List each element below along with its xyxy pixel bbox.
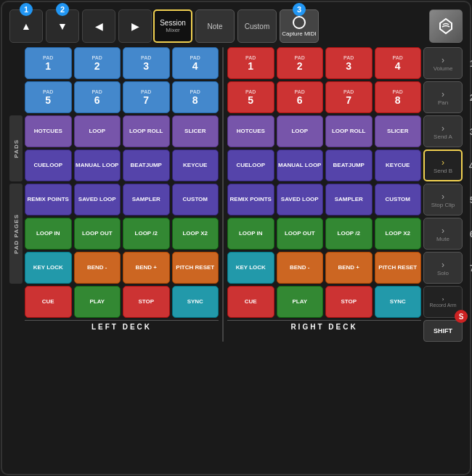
left-play[interactable]: PLAY	[74, 286, 121, 318]
shift-button[interactable]: SHIFT	[423, 320, 463, 342]
right-stop[interactable]: STOP	[325, 286, 373, 318]
right-loop-in[interactable]: LOOP IN	[227, 218, 274, 250]
right-sampler[interactable]: SAMPLER	[325, 184, 373, 216]
right-keycue[interactable]: KEYCUE	[375, 149, 422, 181]
right-custom[interactable]: CUSTOM	[375, 184, 422, 216]
right-saved-loop[interactable]: SAVED LOOP	[277, 184, 324, 216]
right-pad-3[interactable]: PAD3	[325, 47, 373, 79]
right-loop-x2[interactable]: LOOP X2	[375, 218, 422, 250]
left-sampler[interactable]: SAMPLER	[123, 184, 170, 216]
right-key-lock[interactable]: KEY LOCK	[227, 252, 274, 284]
left-pad-row-2: PAD5 PAD6 PAD7 PAD8	[25, 81, 219, 113]
capture-circle-icon	[293, 16, 306, 29]
top-row: 1 ▲ 2 ▼ ◀ ▶ Session Mixer Note Cu	[9, 9, 463, 43]
left-custom[interactable]: CUSTOM	[172, 184, 219, 216]
pad-pages-label: PAD PAGES	[13, 214, 20, 254]
left-saved-loop[interactable]: SAVED LOOP	[74, 184, 121, 216]
left-bend-plus[interactable]: BEND +	[123, 252, 170, 284]
right-transport-row-1: KEY LOCK BEND - BEND + PITCH RESET	[227, 252, 421, 284]
left-pad-3[interactable]: PAD3	[123, 47, 170, 79]
right-loop-half[interactable]: LOOP /2	[325, 218, 373, 250]
volume-label: Volume	[434, 65, 453, 72]
left-sync[interactable]: SYNC	[172, 286, 219, 318]
left-loop-row: LOOP IN LOOP OUT LOOP /2 LOOP X2	[25, 218, 219, 250]
right-bend-minus[interactable]: BEND -	[277, 252, 324, 284]
left-mode-row-1: HOTCUES LOOP LOOP ROLL SLICER	[25, 115, 219, 147]
left-pad-7[interactable]: PAD7	[123, 81, 170, 113]
solo-button[interactable]: › Solo 7	[423, 252, 463, 284]
nav-down-button[interactable]: 2 ▼	[46, 9, 79, 43]
right-cue[interactable]: CUE	[227, 286, 274, 318]
left-stop[interactable]: STOP	[123, 286, 170, 318]
right-sync[interactable]: SYNC	[375, 286, 422, 318]
right-bend-plus[interactable]: BEND +	[325, 252, 373, 284]
nav-buttons: 1 ▲ 2 ▼ ◀ ▶	[9, 9, 152, 43]
record-arm-arrow-icon: ›	[442, 296, 444, 303]
note-mode-button[interactable]: Note	[195, 9, 235, 43]
nav-up-button[interactable]: 1 ▲	[9, 9, 43, 43]
right-pad-4[interactable]: PAD4	[375, 47, 422, 79]
right-pad-1[interactable]: PAD1	[227, 47, 274, 79]
left-cueloop[interactable]: CUELOOP	[25, 149, 72, 181]
right-play[interactable]: PLAY	[277, 286, 324, 318]
left-bend-minus[interactable]: BEND -	[74, 252, 121, 284]
nav-left-button[interactable]: ◀	[82, 9, 115, 43]
right-slicer[interactable]: SLICER	[375, 115, 422, 147]
send-b-arrow-icon: ›	[442, 157, 444, 168]
serato-button[interactable]	[429, 9, 463, 43]
left-pad-2[interactable]: PAD2	[74, 47, 121, 79]
right-beatjump[interactable]: BEATJUMP	[325, 149, 373, 181]
deck-divider	[222, 47, 224, 342]
left-beatjump[interactable]: BEATJUMP	[123, 149, 170, 181]
right-pitch-reset[interactable]: PITCH RESET	[375, 252, 422, 284]
right-remix-points[interactable]: REMIX POINTS	[227, 184, 274, 216]
left-loop-x2[interactable]: LOOP X2	[172, 218, 219, 250]
right-pad-7[interactable]: PAD7	[325, 81, 373, 113]
left-pad-5[interactable]: PAD5	[25, 81, 72, 113]
left-key-lock[interactable]: KEY LOCK	[25, 252, 72, 284]
volume-button[interactable]: › Volume 1	[423, 47, 463, 79]
right-pad-row-2: PAD5 PAD6 PAD7 PAD8	[227, 81, 421, 113]
left-manual-loop[interactable]: MANUAL LOOP	[74, 149, 121, 181]
right-cueloop[interactable]: CUELOOP	[227, 149, 274, 181]
mute-button[interactable]: › Mute 6	[423, 218, 463, 250]
right-loop-out[interactable]: LOOP OUT	[277, 218, 324, 250]
left-loop-roll[interactable]: LOOP ROLL	[123, 115, 170, 147]
send-a-button[interactable]: › Send A 3	[423, 115, 463, 147]
right-hotcues[interactable]: HOTCUES	[227, 115, 274, 147]
left-loop-out[interactable]: LOOP OUT	[74, 218, 121, 250]
pan-arrow-icon: ›	[442, 89, 444, 99]
send-b-button[interactable]: › Send B 4	[423, 149, 463, 181]
custom-mode-button[interactable]: Custom	[237, 9, 277, 43]
nav-right-button[interactable]: ▶	[118, 9, 152, 43]
stop-clip-button[interactable]: › Stop Clip 5	[423, 184, 463, 216]
right-loop-roll[interactable]: LOOP ROLL	[325, 115, 373, 147]
left-slicer[interactable]: SLICER	[172, 115, 219, 147]
pan-button[interactable]: › Pan 2	[423, 81, 463, 113]
stop-clip-label: Stop Clip	[431, 202, 455, 208]
left-keycue[interactable]: KEYCUE	[172, 149, 219, 181]
right-pad-2[interactable]: PAD2	[277, 47, 324, 79]
left-pad-6[interactable]: PAD6	[74, 81, 121, 113]
left-pad-1[interactable]: PAD1	[25, 47, 72, 79]
left-pitch-reset[interactable]: PITCH RESET	[172, 252, 219, 284]
capture-midi-button[interactable]: 3 Capture MIDI	[280, 9, 319, 43]
session-mode-button[interactable]: Session Mixer	[153, 9, 192, 43]
left-pad-8[interactable]: PAD8	[172, 81, 219, 113]
left-mode-row-3: REMIX POINTS SAVED LOOP SAMPLER CUSTOM	[25, 184, 219, 216]
right-pad-6[interactable]: PAD6	[277, 81, 324, 113]
right-manual-loop[interactable]: MANUAL LOOP	[277, 149, 324, 181]
left-cue[interactable]: CUE	[25, 286, 72, 318]
left-hotcues[interactable]: HOTCUES	[25, 115, 72, 147]
left-loop[interactable]: LOOP	[74, 115, 121, 147]
right-pad-8[interactable]: PAD8	[375, 81, 422, 113]
send-a-label: Send A	[434, 134, 452, 140]
right-pad-5[interactable]: PAD5	[227, 81, 274, 113]
left-loop-half[interactable]: LOOP /2	[123, 218, 170, 250]
record-arm-button[interactable]: › Record Arm S	[423, 286, 463, 318]
left-loop-in[interactable]: LOOP IN	[25, 218, 72, 250]
left-remix-points[interactable]: REMIX POINTS	[25, 184, 72, 216]
left-pad-row-1: PAD1 PAD2 PAD3 PAD4	[25, 47, 219, 79]
right-loop[interactable]: LOOP	[277, 115, 324, 147]
left-pad-4[interactable]: PAD4	[172, 47, 219, 79]
